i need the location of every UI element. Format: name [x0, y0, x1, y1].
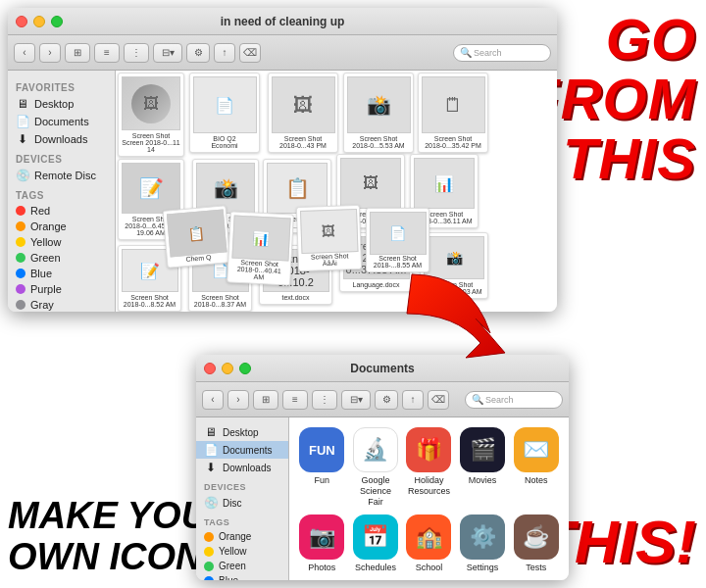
holiday-icon: 🎁: [406, 427, 451, 472]
tag-dot-green: [16, 253, 25, 263]
action-btn-bottom[interactable]: ⚙: [375, 390, 398, 410]
file-item[interactable]: 🖼 Screen ShotÄåÄi: [296, 205, 362, 271]
finder-window-bottom: Documents ‹ › ⊞ ≡ ⋮ ⊟▾ ⚙ ↑ ⌫ 🔍 Search 🖥 …: [196, 355, 569, 580]
minimize-button-bottom[interactable]: [222, 363, 233, 374]
folder-schedules[interactable]: 📅 Schedules: [353, 514, 399, 573]
folder-settings[interactable]: ⚙️ Settings: [460, 514, 506, 573]
file-item[interactable]: 🖼 Screen Shot2018-0...43 PM: [268, 73, 338, 153]
folder-photos[interactable]: 📷 Photos: [299, 514, 345, 573]
file-name: BIO Q2Economi: [211, 135, 237, 149]
notes-icon: ✉️: [514, 427, 559, 472]
folder-fun[interactable]: FUN Fun: [299, 427, 345, 507]
label: Disc: [223, 498, 241, 509]
sidebar-tag-yellow[interactable]: Yellow: [8, 234, 115, 250]
sidebar-item-desktop[interactable]: 🖥 Desktop: [8, 95, 115, 113]
close-button[interactable]: [16, 16, 27, 27]
favorites-label: Favorites: [8, 80, 115, 95]
file-item[interactable]: 📋 Chem Q: [163, 205, 231, 268]
label: Yellow: [219, 546, 247, 557]
sidebar-documents-label: Documents: [34, 116, 89, 127]
sort-button[interactable]: ⊟▾: [153, 43, 182, 63]
view-icon-btn-bottom[interactable]: ⊞: [253, 390, 278, 410]
delete-btn-bottom[interactable]: ⌫: [428, 390, 449, 410]
view-columns-button[interactable]: ⋮: [124, 43, 149, 63]
delete-button[interactable]: ⌫: [239, 43, 261, 63]
file-item[interactable]: 📄 Screen Shot2018-...8.55 AM: [366, 208, 429, 272]
forward-button-bottom[interactable]: ›: [227, 390, 249, 410]
tag-dot-blue-b: [204, 576, 214, 581]
holiday-label: Holiday Resources: [406, 475, 452, 497]
sidebar-bottom-documents[interactable]: 📄 Documents: [196, 441, 288, 459]
file-item[interactable]: 🖼 Screen ShotScreen 2018-0...1114: [118, 73, 184, 157]
sidebar-downloads-label: Downloads: [34, 133, 87, 145]
forward-button[interactable]: ›: [39, 43, 61, 63]
folder-movies[interactable]: 🎬 Movies: [460, 427, 506, 507]
search-placeholder: Search: [474, 48, 502, 58]
search-box-bottom[interactable]: 🔍 Search: [465, 391, 563, 409]
file-name: Screen ShotScreen 2018-0...1114: [122, 132, 180, 153]
sidebar-bottom-disc[interactable]: 💿 Disc: [196, 494, 288, 512]
toolbar-top: ‹ › ⊞ ≡ ⋮ ⊟▾ ⚙ ↑ ⌫ 🔍 Search: [8, 35, 557, 71]
tag-dot-green-b: [204, 562, 214, 571]
tag-dot-purple: [16, 284, 25, 294]
arrow-graphic: [392, 265, 520, 372]
settings-label: Settings: [467, 563, 499, 573]
view-icon-button[interactable]: ⊞: [65, 43, 90, 63]
sidebar-bottom-downloads[interactable]: ⬇ Downloads: [196, 459, 288, 476]
sidebar-item-remotedisc[interactable]: 💿 Remote Disc: [8, 167, 115, 184]
share-btn-bottom[interactable]: ↑: [402, 390, 424, 410]
tag-orange-label: Orange: [30, 220, 67, 232]
maximize-button-bottom[interactable]: [239, 363, 251, 374]
tags-section-b: Tags: [196, 515, 288, 529]
tag-dot-orange: [16, 221, 25, 231]
sidebar-tag-purple[interactable]: Purple: [8, 281, 115, 297]
label: Documents: [223, 445, 273, 456]
tag-dot-yellow: [16, 237, 25, 247]
sidebar-tag-yellow-b[interactable]: Yellow: [196, 544, 288, 559]
sidebar-remotedisc-label: Remote Disc: [34, 170, 96, 181]
sidebar-tag-green-b[interactable]: Green: [196, 559, 288, 573]
view-list-btn-bottom[interactable]: ≡: [282, 390, 308, 410]
file-name: Screen Shot2018-0...40.41 AM: [230, 258, 287, 281]
folder-tests[interactable]: ☕ Tests: [513, 514, 559, 573]
close-button-bottom[interactable]: [204, 363, 216, 374]
finder-content-bottom: FUN Fun 🔬 Google Science Fair 🎁 Holiday …: [289, 417, 569, 580]
share-button[interactable]: ↑: [214, 43, 235, 63]
sidebar-tag-gray[interactable]: Gray: [8, 297, 115, 312]
sidebar-tag-blue-b[interactable]: Blue: [196, 573, 288, 580]
folder-holiday[interactable]: 🎁 Holiday Resources: [406, 427, 452, 507]
sidebar-tag-blue[interactable]: Blue: [8, 266, 115, 281]
view-list-button[interactable]: ≡: [94, 43, 120, 63]
view-col-btn-bottom[interactable]: ⋮: [312, 390, 337, 410]
photos-icon: 📷: [299, 514, 344, 560]
desktop-icon-b: 🖥: [204, 425, 218, 439]
tag-dot-red: [16, 206, 25, 216]
back-button[interactable]: ‹: [14, 43, 35, 63]
tag-dot-yellow-b: [204, 547, 214, 557]
file-item[interactable]: 📄 BIO Q2Economi: [189, 73, 260, 153]
sidebar-item-documents[interactable]: 📄 Documents: [8, 113, 115, 130]
sidebar-bottom-desktop[interactable]: 🖥 Desktop: [196, 423, 288, 441]
search-box-top[interactable]: 🔍 Search: [453, 44, 551, 62]
search-icon-bottom: 🔍: [472, 394, 483, 405]
file-item[interactable]: 📸 Screen Shot2018-0...5.53 AM: [343, 73, 414, 153]
back-button-bottom[interactable]: ‹: [202, 390, 224, 410]
sidebar-tag-orange[interactable]: Orange: [8, 219, 115, 234]
folder-google-science[interactable]: 🔬 Google Science Fair: [353, 427, 399, 507]
action-button[interactable]: ⚙: [186, 43, 210, 63]
photos-label: Photos: [308, 563, 335, 573]
label: Downloads: [223, 463, 271, 473]
sidebar-tag-green[interactable]: Green: [8, 250, 115, 266]
file-item[interactable]: 📊 Screen Shot2018-0...40.41 AM: [227, 211, 294, 285]
sidebar-tag-red[interactable]: Red: [8, 203, 115, 219]
movies-label: Movies: [469, 475, 497, 486]
sort-btn-bottom[interactable]: ⊟▾: [341, 390, 371, 410]
folder-school[interactable]: 🏫 School: [406, 514, 452, 573]
folder-notes[interactable]: ✉️ Notes: [513, 427, 559, 507]
maximize-button[interactable]: [51, 16, 63, 27]
file-item[interactable]: 🗒 Screen Shot2018-0...35.42 PM: [418, 73, 488, 153]
sidebar-item-downloads[interactable]: ⬇ Downloads: [8, 130, 115, 148]
fun-label: Fun: [315, 475, 330, 486]
minimize-button[interactable]: [33, 16, 45, 27]
sidebar-tag-orange-b[interactable]: Orange: [196, 529, 288, 544]
